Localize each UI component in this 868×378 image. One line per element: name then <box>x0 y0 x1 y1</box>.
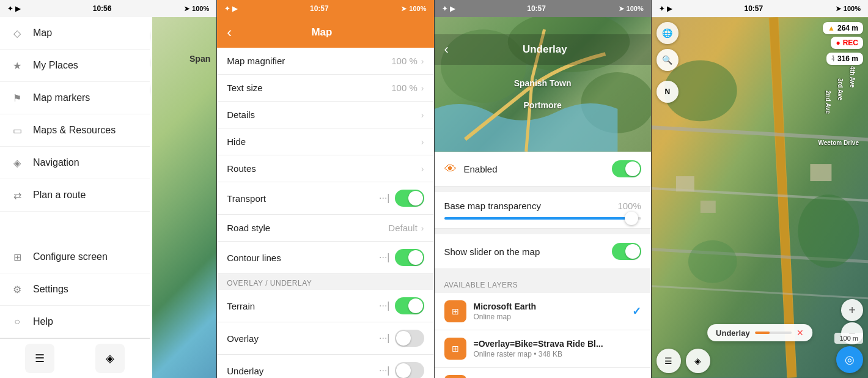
sidebar-item-settings[interactable]: ⚙ Settings <box>0 273 150 306</box>
enabled-label: Enabled <box>464 164 612 174</box>
gps-icon: ◎ <box>845 353 855 366</box>
transparency-slider-track[interactable] <box>444 217 641 220</box>
distance-value-1: 264 m <box>837 24 858 32</box>
globe-btn-4[interactable]: 🌐 <box>657 22 679 44</box>
hamburger-btn-4[interactable]: ☰ <box>657 349 681 373</box>
status-time-3: 10:57 <box>527 4 546 13</box>
settings-item-underlay[interactable]: Underlay ···| <box>217 355 433 378</box>
eye-icon: 👁 <box>444 162 457 176</box>
settings-item-road-style[interactable]: Road style Default › <box>217 215 433 242</box>
show-slider-toggle[interactable] <box>612 243 641 260</box>
underlay-label: Underlay <box>227 366 379 376</box>
transport-label: Transport <box>227 193 379 204</box>
chevron-icon-3: › <box>421 137 424 147</box>
details-label: Details <box>227 109 421 120</box>
battery-4: 100% <box>844 5 861 12</box>
transport-dots: ···| <box>379 193 390 204</box>
road-label-2: 3rd Ave <box>837 78 844 100</box>
terrain-toggle[interactable] <box>395 297 424 314</box>
transparency-slider-fill <box>444 217 631 220</box>
bottom-left-btns: ☰ ◈ <box>657 349 710 373</box>
enabled-toggle[interactable] <box>612 160 641 177</box>
status-right-3: ➤ 100% <box>619 5 644 13</box>
sidebar-item-navigation[interactable]: ◈ Navigation <box>0 147 150 179</box>
back-button-2[interactable]: ‹ <box>227 25 232 40</box>
show-slider-label: Show slider on the map <box>444 246 612 257</box>
gps-button[interactable]: ◎ <box>836 346 863 373</box>
contour-lines-label: Contour lines <box>227 253 379 263</box>
sidebar-item-map-markers[interactable]: ⚑ Map markers <box>0 82 150 114</box>
configure-label: Configure screen <box>33 251 108 262</box>
layer-item-google[interactable]: ⊞ =Satellites=Google 512 <box>435 368 651 378</box>
layer-name-microsoft: Microsoft Earth <box>474 302 625 311</box>
overlay-toggle[interactable] <box>395 330 424 347</box>
sidebar-item-plan-route[interactable]: ⇄ Plan a route <box>0 179 150 212</box>
transparency-slider-thumb[interactable] <box>625 212 638 225</box>
settings-list: Map magnifier 100 % › Text size 100 % › … <box>217 48 433 378</box>
zoom-in-btn[interactable]: + <box>841 299 863 321</box>
svg-point-7 <box>688 240 737 283</box>
folder-icon: ▭ <box>10 123 24 138</box>
transparency-label: Base map transparency <box>444 201 541 211</box>
flag-icon: ⚑ <box>10 91 24 105</box>
road-label-3: 2nd Ave <box>825 91 831 114</box>
layer-check-microsoft: ✓ <box>632 305 641 318</box>
sidebar-item-configure[interactable]: ⊞ Configure screen <box>0 241 150 273</box>
enabled-item: 👁 Enabled <box>435 152 651 187</box>
settings-item-text-size[interactable]: Text size 100 % › <box>217 75 433 102</box>
status-left-4: ✦ ▶ <box>659 5 672 13</box>
road-style-label: Road style <box>227 223 388 233</box>
spanish-town-label: Spanish Town <box>514 78 572 88</box>
search-btn-4[interactable]: 🔍 <box>657 49 679 71</box>
layer-icon-google: ⊞ <box>444 375 466 378</box>
screen4-bottom: ☰ ◈ 100 m ◎ <box>657 333 863 373</box>
sidebar-item-maps-resources[interactable]: ▭ Maps & Resources <box>0 114 150 147</box>
layer-item-microsoft-earth[interactable]: ⊞ Microsoft Earth Online map ✓ <box>435 293 651 330</box>
layer-info-microsoft: Microsoft Earth Online map <box>474 302 625 321</box>
settings-item-map-magnifier[interactable]: Map magnifier 100 % › <box>217 48 433 75</box>
transport-toggle[interactable] <box>395 190 424 207</box>
layer-icon-bike: ⊞ <box>444 338 466 360</box>
underlay-toggle[interactable] <box>395 362 424 378</box>
transparency-section: Base map transparency 100% <box>435 192 651 229</box>
help-icon: ○ <box>10 314 24 329</box>
screen4-left-controls: 🌐 🔍 N <box>657 22 679 103</box>
signal-icon-3: ▶ <box>450 5 455 13</box>
rec-badge: ● REC <box>831 37 863 49</box>
navigation-label: Navigation <box>33 157 79 168</box>
compass-btn-4[interactable]: N <box>657 81 679 103</box>
wifi-icon-2: ✦ <box>224 5 230 13</box>
layer-item-bike[interactable]: ⊞ =Overlay=Bike=Strava Ride Bl... Online… <box>435 330 651 368</box>
settings-item-overlay[interactable]: Overlay ···| <box>217 322 433 355</box>
maps-resources-label: Maps & Resources <box>33 125 116 136</box>
status-bar-1: ✦ ▶ 10:56 ➤ 100% <box>0 0 216 17</box>
status-left-2: ✦ ▶ <box>224 5 237 13</box>
diamond-btn-4[interactable]: ◈ <box>686 349 710 373</box>
settings-item-details[interactable]: Details › <box>217 102 433 128</box>
settings-item-terrain[interactable]: Terrain ···| <box>217 290 433 322</box>
settings-item-transport[interactable]: Transport ···| <box>217 182 433 215</box>
layer-sub-bike: Online raster map • 348 KB <box>474 350 641 358</box>
sidebar-item-map[interactable]: ◇ Map <box>0 17 150 50</box>
rec-dot: ● <box>836 39 840 47</box>
back-button-3[interactable]: ‹ <box>444 43 449 56</box>
sidebar-item-my-places[interactable]: ★ My Places <box>0 50 150 82</box>
map-label: Map <box>33 28 52 39</box>
settings-item-hide[interactable]: Hide › <box>217 128 433 155</box>
hamburger-btn[interactable]: ☰ <box>25 344 54 373</box>
routes-label: Routes <box>227 163 421 174</box>
settings-item-routes[interactable]: Routes › <box>217 155 433 182</box>
location-icon-4: ➤ <box>836 5 841 13</box>
menu-bottom: ⊞ Configure screen ⚙ Settings ○ Help ☰ ◈ <box>0 241 150 378</box>
transparency-label-row: Base map transparency 100% <box>444 201 641 211</box>
screen-4-live-map: ✦ ▶ 10:57 ➤ 100% <box>652 0 868 378</box>
plan-route-label: Plan a route <box>33 190 86 201</box>
warning-icon: ▲ <box>828 24 835 32</box>
diamond-btn[interactable]: ◈ <box>95 344 125 373</box>
overlay-dots: ···| <box>379 333 390 344</box>
sidebar-item-help[interactable]: ○ Help <box>0 306 150 338</box>
portmore-label: Portmore <box>514 100 572 110</box>
settings-item-contour-lines[interactable]: Contour lines ···| <box>217 242 433 274</box>
chevron-icon-4: › <box>421 164 424 174</box>
contour-toggle[interactable] <box>395 249 424 266</box>
